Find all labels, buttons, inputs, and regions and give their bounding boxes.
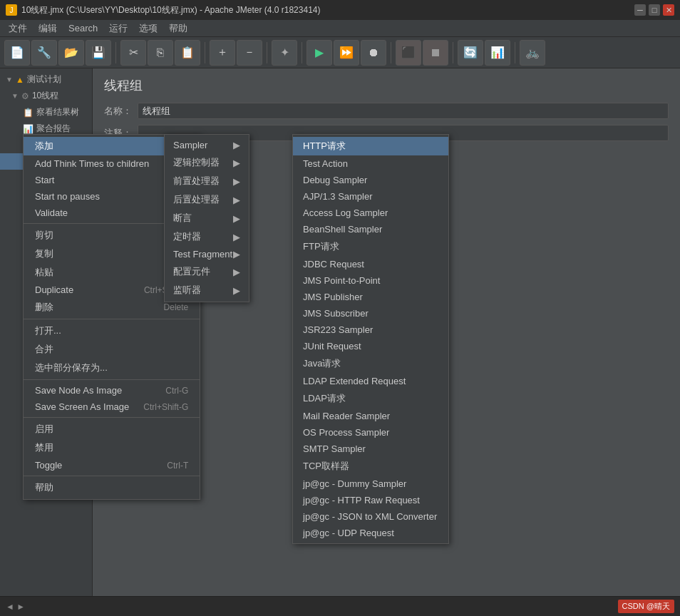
samp-test-action[interactable]: Test Action bbox=[293, 155, 448, 172]
sidebar-item-testplan[interactable]: ▼ ▲ 测试计划 bbox=[0, 71, 92, 88]
new-button[interactable]: 📄 bbox=[4, 40, 30, 66]
window-title: 10线程.jmx (C:\Users\YY\Desktop\10线程.jmx) … bbox=[21, 4, 634, 16]
samp-dummy[interactable]: jp@gc - Dummy Sampler bbox=[293, 476, 448, 492]
submenu-test-fragment[interactable]: Test Fragment ▶ bbox=[165, 246, 249, 262]
stop-button[interactable]: ⬛ bbox=[396, 40, 421, 66]
toolbar-sep-5 bbox=[391, 42, 391, 63]
samp-ldap[interactable]: LDAP请求 bbox=[293, 389, 448, 408]
ctx-disable[interactable]: 禁用 bbox=[24, 438, 200, 457]
samp-http-raw[interactable]: jp@gc - HTTP Raw Request bbox=[293, 492, 448, 508]
menu-options[interactable]: 选项 bbox=[133, 21, 163, 36]
samp-os-process[interactable]: OS Process Sampler bbox=[293, 424, 448, 441]
submenu-pre-processor[interactable]: 前置处理器 ▶ bbox=[165, 172, 249, 190]
sidebar-item-threadgroup[interactable]: ▼ ⚙ 10线程 bbox=[0, 88, 92, 104]
ctx-toggle[interactable]: Toggle Ctrl-T bbox=[24, 457, 200, 473]
samp-access-log[interactable]: Access Log Sampler bbox=[293, 205, 448, 221]
samp-ftp[interactable]: FTP请求 bbox=[293, 237, 448, 256]
ctx-sep-5 bbox=[24, 476, 200, 476]
results-icon: 📋 bbox=[23, 108, 34, 118]
paste-button[interactable]: 📋 bbox=[175, 40, 200, 66]
maximize-button[interactable]: □ bbox=[649, 4, 660, 16]
samp-junit[interactable]: JUnit Request bbox=[293, 338, 448, 354]
menu-edit[interactable]: 编辑 bbox=[33, 21, 63, 36]
testplan-label: 测试计划 bbox=[27, 73, 61, 86]
submenu-sampler[interactable]: Sampler ▶ bbox=[165, 137, 249, 153]
name-row: 名称： bbox=[104, 103, 669, 119]
shutdown-button[interactable]: ⏹ bbox=[423, 40, 448, 66]
samp-debug[interactable]: Debug Sampler bbox=[293, 172, 448, 188]
clear-button[interactable]: 🔄 bbox=[458, 40, 483, 66]
pre-arrow: ▶ bbox=[233, 176, 240, 187]
toolbar-sep-4 bbox=[302, 42, 302, 63]
ctx-open[interactable]: 打开... bbox=[24, 322, 200, 340]
config-arrow: ▶ bbox=[233, 267, 240, 277]
submenu-logic[interactable]: 逻辑控制器 ▶ bbox=[165, 153, 249, 172]
ctx-enable[interactable]: 启用 bbox=[24, 420, 200, 438]
submenu-listener[interactable]: 监听器 ▶ bbox=[165, 281, 249, 299]
cut-button[interactable]: ✂ bbox=[120, 40, 146, 66]
sampler-arrow: ▶ bbox=[233, 140, 240, 150]
samp-json-xml[interactable]: jp@gc - JSON to XML Converter bbox=[293, 508, 448, 525]
menu-file[interactable]: 文件 bbox=[3, 21, 33, 36]
ctx-sep-2 bbox=[24, 319, 200, 319]
ctx-sep-4 bbox=[24, 417, 200, 418]
ctx-save-selection[interactable]: 选中部分保存为... bbox=[24, 359, 200, 377]
scroll-controls: ◄ ► bbox=[6, 602, 25, 612]
menu-help[interactable]: 帮助 bbox=[163, 21, 193, 36]
clear-all-button[interactable]: 📊 bbox=[485, 40, 510, 66]
toggle-button[interactable]: ✦ bbox=[272, 40, 297, 66]
samp-java[interactable]: Java请求 bbox=[293, 354, 448, 373]
indent-1: ▼ bbox=[11, 92, 19, 100]
toolbar-sep-1 bbox=[115, 42, 116, 63]
post-arrow: ▶ bbox=[233, 195, 240, 205]
save-button[interactable]: 💾 bbox=[86, 40, 111, 66]
toolbar-sep-3 bbox=[267, 42, 267, 63]
submenu-config[interactable]: 配置元件 ▶ bbox=[165, 262, 249, 281]
validate-button[interactable]: ⏺ bbox=[361, 40, 386, 66]
ctx-save-screen-image[interactable]: Save Screen As Image Ctrl+Shift-G bbox=[24, 399, 200, 415]
start-button[interactable]: ▶ bbox=[306, 40, 332, 66]
sampler-items-panel: HTTP请求 Test Action Debug Sampler AJP/1.3… bbox=[292, 134, 449, 544]
samp-beanshell[interactable]: BeanShell Sampler bbox=[293, 221, 448, 237]
logic-arrow: ▶ bbox=[233, 158, 240, 168]
ctx-help[interactable]: 帮助 bbox=[24, 478, 200, 497]
remove-button[interactable]: － bbox=[237, 40, 262, 66]
fragment-arrow: ▶ bbox=[233, 249, 240, 260]
start-no-pause-button[interactable]: ⏩ bbox=[334, 40, 359, 66]
name-label: 名称： bbox=[104, 105, 132, 118]
open-button[interactable]: 📂 bbox=[58, 40, 84, 66]
minimize-button[interactable]: ─ bbox=[634, 4, 646, 16]
submenu-assertion[interactable]: 断言 ▶ bbox=[165, 209, 249, 227]
copy-button[interactable]: ⎘ bbox=[148, 40, 173, 66]
samp-mail-reader[interactable]: Mail Reader Sampler bbox=[293, 408, 448, 424]
samp-jms-publisher[interactable]: JMS Publisher bbox=[293, 289, 448, 305]
add-submenu: Sampler ▶ 逻辑控制器 ▶ 前置处理器 ▶ 后置处理器 ▶ 断言 ▶ 定… bbox=[164, 134, 249, 302]
ctx-merge[interactable]: 合并 bbox=[24, 340, 200, 359]
results-label: 察看结果树 bbox=[36, 106, 79, 118]
templates-button[interactable]: 🔧 bbox=[31, 40, 57, 66]
sidebar-item-results[interactable]: 📋 察看结果树 bbox=[0, 104, 92, 120]
samp-jms-p2p[interactable]: JMS Point-to-Point bbox=[293, 272, 448, 289]
toolbar-sep-6 bbox=[453, 42, 453, 63]
name-input[interactable] bbox=[138, 103, 669, 119]
close-button[interactable]: ✕ bbox=[663, 4, 674, 16]
samp-jsr223[interactable]: JSR223 Sampler bbox=[293, 322, 448, 338]
menu-run[interactable]: 运行 bbox=[103, 21, 133, 36]
samp-http[interactable]: HTTP请求 bbox=[293, 137, 448, 155]
add-button[interactable]: ＋ bbox=[210, 40, 235, 66]
submenu-post-processor[interactable]: 后置处理器 ▶ bbox=[165, 190, 249, 209]
samp-ajp[interactable]: AJP/1.3 Sampler bbox=[293, 188, 448, 205]
samp-jms-subscriber[interactable]: JMS Subscriber bbox=[293, 305, 448, 322]
samp-tcp[interactable]: TCP取样器 bbox=[293, 457, 448, 476]
ctx-save-node-image[interactable]: Save Node As Image Ctrl-G bbox=[24, 382, 200, 399]
samp-smtp[interactable]: SMTP Sampler bbox=[293, 441, 448, 457]
samp-jdbc[interactable]: JDBC Request bbox=[293, 256, 448, 272]
samp-udp[interactable]: jp@gc - UDP Request bbox=[293, 525, 448, 541]
ctx-sep-3 bbox=[24, 379, 200, 380]
toolbar-sep-7 bbox=[515, 42, 515, 63]
submenu-timer[interactable]: 定时器 ▶ bbox=[165, 227, 249, 246]
remote-button[interactable]: 🚲 bbox=[520, 40, 545, 66]
timer-arrow: ▶ bbox=[233, 232, 240, 242]
menu-search[interactable]: Search bbox=[63, 21, 103, 35]
samp-ldap-ext[interactable]: LDAP Extended Request bbox=[293, 373, 448, 389]
